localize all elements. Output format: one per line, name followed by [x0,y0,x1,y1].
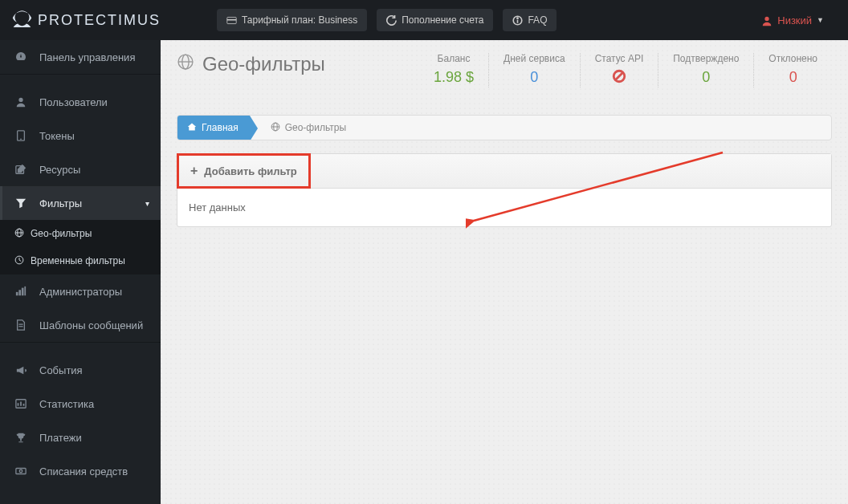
panel-body: Нет данных [177,189,831,226]
card-icon [226,14,237,26]
page-title: Geo-фильтры [177,53,325,75]
sidebar: Панель управления Пользователи Токены Ре… [0,40,161,504]
sidebar-item-label: Ресурсы [39,164,80,176]
megaphone-icon [14,364,28,376]
user-icon [761,14,773,26]
stat-balance: Баланс 1.98 $ [419,53,489,87]
sidebar-item-label: События [39,364,83,376]
refresh-icon [386,14,397,26]
chart-icon [14,398,28,409]
page-title-text: Geo-фильтры [202,53,325,75]
sidebar-subitem-geo[interactable]: Geo-фильтры [0,220,161,247]
sidebar-item-admins[interactable]: Администраторы [0,274,161,308]
breadcrumb-current[interactable]: Geo-фильтры [263,116,346,140]
svg-point-4 [517,18,518,18]
tablet-icon [14,130,28,141]
sidebar-subitem-label: Geo-фильтры [31,228,92,239]
faq-button[interactable]: FAQ [503,9,556,31]
stat-approved: Подтверждено 0 [658,53,754,87]
svg-rect-1 [227,19,236,21]
sidebar-item-events[interactable]: События [0,353,161,387]
sidebar-item-resources[interactable]: Ресурсы [0,152,161,186]
sidebar-item-templates[interactable]: Шаблоны сообщений [0,308,161,342]
sidebar-item-label: Пользователи [39,96,108,108]
svg-rect-14 [16,292,18,295]
plus-icon: + [190,164,198,178]
sidebar-item-label: Панель управления [39,51,135,63]
svg-rect-17 [24,287,26,295]
sidebar-item-label: Списания средств [39,465,128,478]
globe-icon [177,53,194,75]
user-menu[interactable]: Низкий ▼ [761,14,840,26]
faq-label: FAQ [528,14,547,26]
sidebar-item-label: Платежи [39,432,82,444]
home-icon [187,122,197,134]
svg-point-6 [18,98,22,102]
main-content: Geo-фильтры Баланс 1.98 $ Дней сервиса 0… [161,40,848,504]
stat-days: Дней сервиса 0 [489,53,581,87]
breadcrumb: Главная Geo-фильтры [177,115,832,140]
edit-icon [14,164,28,175]
sidebar-item-statistics[interactable]: Статистика [0,387,161,421]
svg-rect-15 [18,290,21,295]
globe-icon [271,122,280,134]
topup-button[interactable]: Пополнение счета [377,9,493,31]
user-icon [14,96,28,108]
info-icon [512,14,523,26]
add-filter-button[interactable]: + Добавить фильтр [177,153,311,189]
globe-icon [14,228,24,240]
stat-api: Статус API [581,53,659,87]
ban-icon [595,69,644,87]
svg-rect-21 [16,469,26,474]
bars-icon [14,286,28,297]
empty-text: Нет данных [189,201,246,213]
svg-rect-16 [22,288,24,296]
sidebar-item-label: Фильтры [39,197,82,209]
sidebar-item-writeoffs[interactable]: Списания средств [0,454,161,488]
sidebar-item-filters[interactable]: Фильтры ▾ [0,186,161,220]
stats-bar: Баланс 1.98 $ Дней сервиса 0 Статус API … [419,53,832,87]
svg-point-5 [765,17,769,21]
dashboard-icon [14,51,28,63]
money-icon [14,465,28,477]
plan-button[interactable]: Тарифный план: Business [217,9,367,31]
sidebar-item-label: Токены [39,130,75,142]
svg-point-22 [19,469,22,473]
trophy-icon [14,432,28,443]
plan-label: Тарифный план: Business [242,14,357,26]
clock-icon [14,255,24,267]
filters-panel: + Добавить фильтр Нет данных [177,153,832,227]
sidebar-subitem-time[interactable]: Временные фильтры [0,247,161,274]
sidebar-item-payments[interactable]: Платежи [0,421,161,454]
sidebar-item-users[interactable]: Пользователи [0,85,161,119]
document-icon [14,319,28,331]
topup-label: Пополнение счета [402,14,483,26]
logo-icon [11,10,33,30]
brand-name: protectimus [38,12,161,29]
breadcrumb-home[interactable]: Главная [177,116,250,140]
sidebar-item-tokens[interactable]: Токены [0,119,161,152]
filter-icon [14,197,28,209]
sidebar-item-label: Администраторы [39,286,122,298]
chevron-down-icon: ▼ [817,16,824,24]
user-level: Низкий [777,14,812,26]
brand-logo[interactable]: protectimus [0,0,161,40]
stat-declined: Отклонено 0 [754,53,832,87]
sidebar-item-label: Шаблоны сообщений [39,319,143,331]
chevron-down-icon: ▾ [145,199,149,208]
sidebar-item-dashboard[interactable]: Панель управления [0,40,161,74]
sidebar-subitem-label: Временные фильтры [31,255,125,266]
sidebar-item-label: Статистика [39,398,94,410]
svg-line-27 [615,73,622,80]
